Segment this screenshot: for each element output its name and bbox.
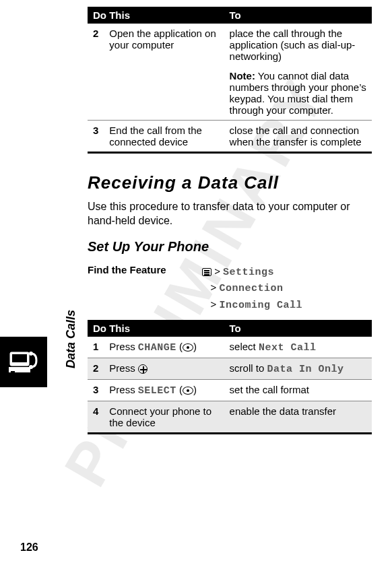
- svg-point-5: [29, 365, 33, 369]
- page-number: 126: [20, 541, 38, 554]
- step-action: Connect your phone to the device: [104, 401, 224, 434]
- select-key-icon: [183, 343, 193, 352]
- section-heading: Receiving a Data Call: [88, 172, 372, 193]
- text: Press: [109, 362, 138, 374]
- menu-value: Next Call: [259, 342, 317, 354]
- col-dothis: Do This: [88, 320, 224, 337]
- step-result: place the call through the application (…: [224, 24, 372, 66]
- nav-key-icon: [138, 364, 148, 374]
- gt: >: [214, 265, 220, 277]
- step-result: close the call and connection when the t…: [224, 121, 372, 153]
- text: scroll to: [230, 362, 267, 374]
- menu-item: Connection: [219, 283, 283, 294]
- find-feature-row: Find the Feature > Settings > Connection…: [88, 264, 372, 314]
- side-section-label: Data Calls: [64, 310, 78, 368]
- col-to: To: [224, 7, 372, 24]
- data-call-icon: [0, 337, 47, 387]
- step-number: 4: [88, 401, 104, 434]
- step-action: Open the application on your computer: [104, 24, 224, 66]
- menu-path: > Settings > Connection > Incoming Call: [202, 264, 372, 314]
- softkey-label: SELECT: [138, 385, 176, 397]
- step-action: Press SELECT (): [104, 380, 224, 401]
- step-result: scroll to Data In Only: [224, 358, 372, 380]
- select-key-icon: [183, 387, 193, 395]
- subsection-heading: Set Up Your Phone: [88, 239, 372, 255]
- step-result: enable the data transfer: [224, 401, 372, 434]
- step-action: Press: [104, 358, 224, 380]
- instruction-table-1: Do This To 2 Open the application on you…: [88, 7, 372, 154]
- step-number: 2: [88, 24, 104, 66]
- svg-rect-3: [11, 371, 15, 372]
- col-to: To: [224, 320, 372, 337]
- step-number: 2: [88, 358, 104, 380]
- page-content: Data Calls Do This To 2 Open the ap: [0, 0, 392, 461]
- step-result: set the call format: [224, 380, 372, 401]
- step-number: 1: [88, 337, 104, 358]
- svg-rect-1: [12, 354, 27, 362]
- step-action: Press CHANGE (): [104, 337, 224, 358]
- section-body: Use this procedure to transfer data to y…: [88, 200, 372, 228]
- gt: >: [211, 298, 217, 310]
- step-action: End the call from the connected device: [104, 121, 224, 153]
- text: select: [230, 341, 259, 352]
- gt: >: [211, 282, 217, 293]
- menu-item: Incoming Call: [219, 300, 302, 311]
- find-feature-label: Find the Feature: [88, 264, 202, 314]
- step-result: select Next Call: [224, 337, 372, 358]
- step-note: Note: You cannot dial data numbers throu…: [224, 66, 372, 121]
- step-number: 3: [88, 380, 104, 401]
- note-label: Note:: [230, 70, 255, 81]
- menu-value: Data In Only: [267, 364, 344, 375]
- step-number: 3: [88, 121, 104, 153]
- text: Press: [109, 341, 138, 352]
- instruction-table-2: Do This To 1 Press CHANGE () select Next…: [88, 320, 372, 434]
- menu-item: Settings: [223, 267, 274, 278]
- softkey-label: CHANGE: [138, 342, 176, 354]
- text: (: [176, 341, 183, 352]
- menu-key-icon: [202, 268, 211, 276]
- text: ): [193, 384, 197, 395]
- text: (: [176, 384, 183, 395]
- svg-point-4: [29, 352, 33, 356]
- text: Press: [109, 384, 138, 395]
- text: ): [193, 341, 197, 352]
- col-dothis: Do This: [88, 7, 224, 24]
